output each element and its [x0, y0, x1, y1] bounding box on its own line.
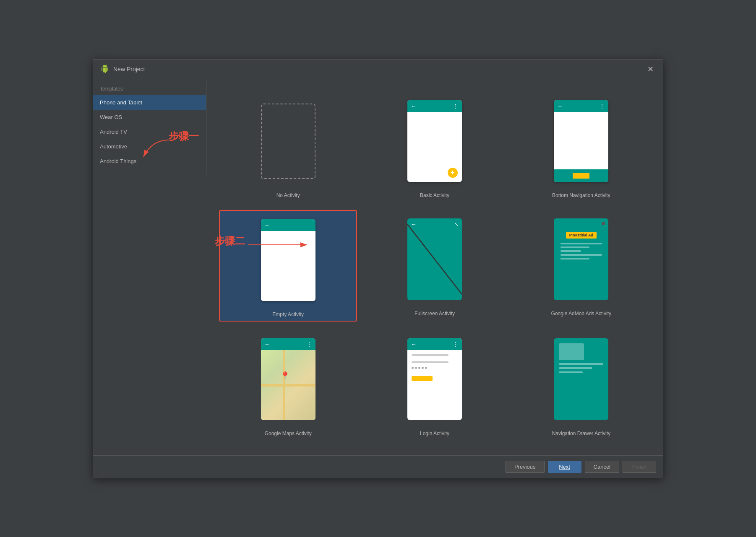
- empty-body: [261, 231, 315, 301]
- dialog-footer: Previous Next Cancel Finish: [93, 455, 663, 478]
- login-body: [407, 350, 462, 420]
- interstitial-badge: Interstitial Ad: [566, 232, 597, 239]
- login-label: Login Activity: [420, 431, 449, 436]
- map-mock: ← ⋮ 📍: [261, 338, 315, 420]
- drawer-line-1: [559, 363, 603, 365]
- cancel-button[interactable]: Cancel: [585, 461, 619, 473]
- login-button-mock: [412, 376, 433, 381]
- new-project-dialog: New Project ✕ Templates Phone and Tablet…: [93, 59, 663, 478]
- template-admob[interactable]: Interstitial Ad Google AdMob Ad: [512, 210, 650, 322]
- template-no-activity[interactable]: No Activity: [219, 92, 357, 202]
- admob-line-1: [560, 243, 602, 244]
- map-road-v: [283, 350, 285, 420]
- sidebar-item-phone-tablet[interactable]: Phone and Tablet: [93, 95, 206, 110]
- fullscreen-mock: ← ⤡: [407, 218, 462, 300]
- login-dots: [412, 365, 458, 371]
- admob-preview: Interstitial Ad: [543, 213, 619, 306]
- admob-line-2: [560, 246, 589, 248]
- template-login[interactable]: ← ⋮: [365, 330, 503, 440]
- maps-preview: ← ⋮ 📍: [250, 333, 326, 425]
- previous-button[interactable]: Previous: [506, 461, 545, 473]
- admob-dot: [602, 222, 605, 225]
- template-empty-activity[interactable]: ← Empty Activity: [219, 210, 357, 322]
- login-preview: ← ⋮: [397, 333, 472, 425]
- template-nav-drawer[interactable]: Navigation Drawer Activity: [512, 330, 650, 440]
- maps-toolbar: ← ⋮: [261, 338, 315, 350]
- basic-activity-mock: ← ⋮ +: [407, 100, 462, 182]
- svg-line-2: [407, 224, 462, 294]
- back-icon-6: ←: [411, 341, 417, 348]
- empty-activity-label: Empty Activity: [272, 311, 304, 317]
- admob-mock: Interstitial Ad: [554, 218, 608, 300]
- sidebar-item-automotive[interactable]: Automotive: [93, 139, 206, 154]
- fullscreen-label: Fullscreen Activity: [414, 311, 455, 316]
- admob-line-5: [560, 258, 589, 259]
- sidebar-wrapper: Templates Phone and Tablet Wear OS Andro…: [93, 79, 206, 455]
- back-icon-2: ←: [557, 103, 563, 109]
- empty-toolbar: ←: [261, 219, 315, 231]
- close-button[interactable]: ✕: [645, 64, 656, 75]
- basic-toolbar: ← ⋮: [407, 100, 462, 112]
- diagonal-line: [407, 218, 462, 300]
- no-activity-preview: [250, 95, 326, 187]
- dialog-title-area: New Project: [100, 64, 145, 74]
- drawer-rect: [559, 343, 584, 360]
- nav-drawer-label: Navigation Drawer Activity: [552, 431, 610, 436]
- bottom-nav-mock: ← ⋮: [554, 100, 608, 182]
- drawer-line-2: [559, 367, 592, 369]
- login-field-1: [412, 354, 448, 356]
- back-icon-5: ←: [264, 341, 270, 348]
- main-content: No Activity ← ⋮ +: [206, 79, 663, 452]
- menu-icon-6: ⋮: [453, 341, 459, 348]
- nav-drawer-mock: [554, 338, 608, 420]
- sidebar-item-android-tv[interactable]: Android TV: [93, 125, 206, 139]
- sidebar-item-wear-os[interactable]: Wear OS: [93, 110, 206, 125]
- admob-lines: [560, 243, 602, 262]
- sidebar-item-android-things[interactable]: Android Things: [93, 154, 206, 169]
- bottom-nav-body: [554, 112, 608, 182]
- maps-label: Google Maps Activity: [265, 431, 312, 436]
- bottom-nav-label: Bottom Navigation Activity: [552, 192, 610, 198]
- fullscreen-preview: ← ⤡: [397, 213, 472, 306]
- template-bottom-nav[interactable]: ← ⋮ Bottom Na: [512, 92, 650, 202]
- map-road-h: [261, 384, 315, 387]
- bottom-nav-preview: ← ⋮: [543, 95, 619, 187]
- android-icon: [100, 64, 110, 74]
- admob-line-3: [560, 250, 581, 252]
- empty-activity-preview: ←: [250, 214, 326, 306]
- finish-button[interactable]: Finish: [623, 461, 656, 473]
- back-icon-3: ←: [264, 222, 270, 228]
- fab-button: +: [448, 168, 458, 178]
- basic-activity-label: Basic Activity: [420, 192, 449, 198]
- empty-activity-mock: ←: [261, 219, 315, 301]
- back-icon: ←: [411, 103, 417, 109]
- sidebar: Templates Phone and Tablet Wear OS Andro…: [93, 79, 206, 175]
- nav-drawer-preview: [543, 333, 619, 425]
- templates-grid: No Activity ← ⋮ +: [215, 88, 654, 444]
- template-maps[interactable]: ← ⋮ 📍 Google Maps Activity: [219, 330, 357, 440]
- map-pin: 📍: [280, 371, 290, 381]
- bottom-nav-bar: [554, 169, 608, 182]
- no-activity-label: No Activity: [276, 192, 300, 198]
- template-basic-activity[interactable]: ← ⋮ + Basic Activity: [365, 92, 503, 202]
- login-field-2: [412, 361, 448, 363]
- main-content-wrapper: 步骤二: [206, 79, 663, 455]
- next-button[interactable]: Next: [548, 461, 581, 473]
- drawer-line-3: [559, 371, 583, 373]
- basic-body: +: [407, 112, 462, 182]
- menu-icon-2: ⋮: [599, 103, 605, 109]
- dialog-title: New Project: [113, 66, 145, 73]
- map-body: 📍: [261, 350, 315, 420]
- templates-label: Templates: [93, 86, 206, 95]
- dialog-body: Templates Phone and Tablet Wear OS Andro…: [93, 79, 663, 455]
- dialog-header: New Project ✕: [93, 60, 663, 79]
- login-mock: ← ⋮: [407, 338, 462, 420]
- admob-label: Google AdMob Ads Activity: [551, 311, 611, 316]
- template-fullscreen[interactable]: ← ⤡ Fullscreen Activity: [365, 210, 503, 322]
- menu-icon: ⋮: [453, 103, 459, 109]
- menu-icon-5: ⋮: [306, 341, 312, 348]
- bottom-nav-toolbar: ← ⋮: [554, 100, 608, 112]
- bottom-nav-indicator: [573, 173, 589, 179]
- admob-line-4: [560, 254, 602, 256]
- login-toolbar: ← ⋮: [407, 338, 462, 350]
